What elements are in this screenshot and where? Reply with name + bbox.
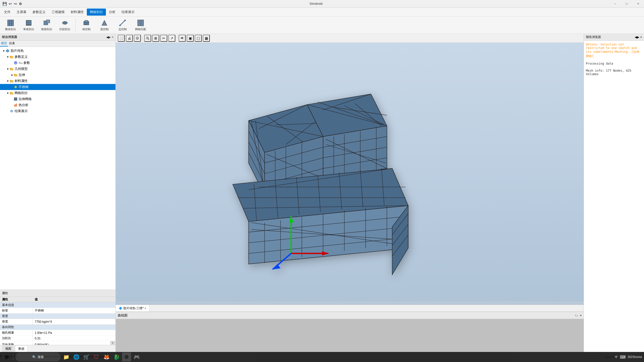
curve-header: 曲线图 ↑↓ ×	[116, 312, 584, 319]
start-button[interactable]: ⊞	[2, 352, 11, 361]
panel-tabs: 模型 任务	[0, 41, 115, 47]
vt-shade-btn[interactable]: ▣	[187, 35, 194, 42]
tree-item-material[interactable]: ▼材料属性	[0, 78, 115, 84]
panel-pin-icon[interactable]: ◀▶	[106, 35, 111, 39]
vt-zoom-btn[interactable]	[144, 35, 151, 42]
properties-panel: 属性 属性 值 基本信息标签不锈钢密度密度7750 kg/m^3各向同性杨氏模量…	[0, 290, 115, 345]
tab-task[interactable]: 任务	[8, 41, 16, 47]
props-clear-btn[interactable]: ×	[110, 341, 115, 345]
vt-fit-btn[interactable]: ⊞	[152, 35, 159, 42]
taskbar-app-dragon[interactable]: 🐉	[112, 352, 121, 361]
curve-close-icon[interactable]: ×	[580, 314, 582, 317]
mesh-display	[116, 43, 584, 305]
props-cell-value: 1.93e+11 Pa	[33, 330, 115, 335]
viewport-tab[interactable]: 🔷 肋片传热-三维* ×	[116, 305, 149, 311]
menu-item-网格剖分[interactable]: 网格剖分	[87, 9, 106, 16]
tree-item-extrude[interactable]: ⊕拉伸	[0, 72, 115, 78]
tree-toggle[interactable]: ⊕	[10, 74, 14, 76]
taskbar-app-game[interactable]: 🎮	[132, 352, 141, 361]
tree-item-params[interactable]: ▼参数定义	[0, 54, 115, 60]
tree-toggle[interactable]: ▼	[6, 92, 10, 95]
taskbar-app-search[interactable]: 🔍 搜索	[15, 352, 61, 361]
toolbar-btn-edge-ctrl[interactable]: 边控制	[114, 18, 131, 32]
tree-item-geom[interactable]: ▼几何模型	[0, 66, 115, 72]
bottom-tab-数据[interactable]: 数据	[15, 345, 28, 352]
vt-cut-btn[interactable]: ✂	[160, 35, 167, 42]
right-panel: 报告浏览器 ◀▶ × Delete: Selection not restric…	[584, 34, 644, 352]
search-label: 搜索	[38, 355, 44, 359]
viewport-tab-close[interactable]: ×	[145, 307, 146, 310]
title-bar: 💾 ↩ ↪ ⚙ Simdroid − □ ×	[0, 0, 644, 8]
tree-item-param[interactable]: ωXω参数	[0, 60, 115, 66]
svg-text:R: R	[11, 110, 12, 112]
tree-toggle[interactable]: ▼	[2, 50, 6, 52]
menu-item-参数定义[interactable]: 参数定义	[29, 9, 49, 16]
tree-item-results[interactable]: R结果展示	[0, 108, 115, 114]
minimize-button[interactable]: −	[609, 0, 621, 8]
menu-item-结果展示[interactable]: 结果展示	[118, 9, 138, 16]
vt-measure-btn[interactable]: ↗	[168, 35, 175, 42]
menu-item-分析[interactable]: 分析	[106, 9, 118, 16]
redo-icon[interactable]: ↪	[13, 1, 17, 6]
curve-icons: ↑↓ ×	[575, 314, 582, 317]
tree-toggle[interactable]: ▼	[6, 80, 10, 82]
tree-label: 结果展示	[15, 109, 28, 113]
mesh-all-icon	[7, 19, 15, 27]
props-cell-name: 基本信息	[0, 302, 33, 308]
vt-print-btn[interactable]: 🖨	[126, 35, 133, 42]
taskbar-app-security[interactable]: 🛡	[92, 352, 101, 361]
maximize-button[interactable]: □	[621, 0, 632, 8]
report-close-icon[interactable]: ×	[640, 35, 642, 39]
toolbar-btn-mesh-map[interactable]: 映射剖分	[38, 18, 55, 32]
tree-item-mesh_extrude[interactable]: 拉伸网格	[0, 96, 115, 102]
vt-select-btn[interactable]: ⬜	[118, 35, 125, 42]
tree-item-root[interactable]: ▼肋片传热	[0, 48, 115, 54]
viewport-3d[interactable]	[116, 43, 584, 305]
toolbar-btn-mesh-all[interactable]: 整体剖分	[2, 18, 19, 32]
viewport-tab-bar: 🔷 肋片传热-三维* ×	[116, 305, 584, 312]
taskbar-app-edge[interactable]: 🌐	[72, 352, 81, 361]
title-bar-controls: − □ ×	[609, 0, 644, 8]
taskbar-app-store[interactable]: 🛒	[82, 352, 91, 361]
taskbar-app-simdroid[interactable]: ⚙	[122, 352, 131, 361]
bottom-tab-视图[interactable]: 视图	[2, 345, 15, 352]
tree-toggle[interactable]: ▼	[6, 56, 10, 58]
taskbar-lang[interactable]: 中	[615, 355, 618, 359]
curve-expand-icon[interactable]: ↑↓	[575, 314, 578, 317]
settings-icon[interactable]: ⚙	[18, 1, 23, 6]
tree-icon-folder	[10, 79, 14, 83]
tree-item-mesh[interactable]: ▼网格剖分	[0, 90, 115, 96]
tree-item-stainless[interactable]: 不锈钢	[0, 84, 115, 90]
vt-grid-btn[interactable]: ▦	[203, 35, 210, 42]
report-pin-icon[interactable]: ◀▶	[635, 35, 639, 39]
save-icon[interactable]: 💾	[2, 1, 7, 6]
vt-snap-btn[interactable]	[134, 35, 141, 42]
tree-icon-results: R	[10, 109, 14, 113]
toolbar-btn-face-ctrl[interactable]: 面控制	[96, 18, 113, 32]
panel-close-icon[interactable]: ×	[112, 35, 113, 39]
toolbar-btn-mesh-match[interactable]: 网格匹配	[132, 18, 149, 32]
vt-wire-btn[interactable]: ▢	[195, 35, 202, 42]
toolbar-btn-mesh-sweep[interactable]: 扫掠剖分	[56, 18, 73, 32]
toolbar-btn-mesh-single[interactable]: 单体剖分	[20, 18, 37, 32]
taskbar-app-files[interactable]: 📁	[62, 352, 71, 361]
tab-model[interactable]: 模型	[0, 41, 8, 47]
menu-item-材料属性[interactable]: 材料属性	[68, 9, 87, 16]
viewport-tab-icon: 🔷	[119, 307, 122, 310]
tree-toggle[interactable]: ▼	[6, 68, 10, 70]
taskbar-app-firefox[interactable]: 🦊	[102, 352, 111, 361]
bottom-tabs: 视图数据	[0, 345, 115, 352]
tree-label: 不锈钢	[19, 85, 28, 89]
viewport-area: ⬜ 🖨 ⊞ ✂ ↗ 👁 ▣ ▢ ▦	[116, 34, 584, 352]
tree-label: 参数定义	[15, 55, 28, 59]
undo-icon[interactable]: ↩	[8, 1, 12, 6]
taskbar-keyboard[interactable]: ⌨	[620, 355, 626, 359]
toolbar-btn-body-ctrl[interactable]: 体控制	[78, 18, 95, 32]
tree-item-thermal[interactable]: 热分析	[0, 102, 115, 108]
menu-item-文件[interactable]: 文件	[1, 9, 14, 16]
menu-item-主屏幕[interactable]: 主屏幕	[14, 9, 29, 16]
vt-visibility-btn[interactable]: 👁	[179, 35, 186, 42]
close-button[interactable]: ×	[632, 0, 644, 8]
menu-item-三维建模[interactable]: 三维建模	[49, 9, 68, 16]
toolbar-btn-label: 边控制	[118, 27, 127, 31]
